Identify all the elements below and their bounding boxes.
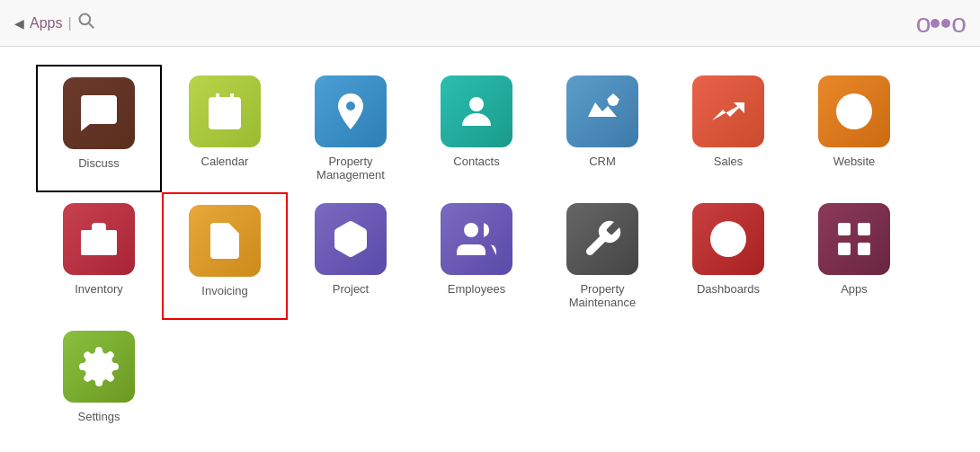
- svg-rect-13: [81, 230, 117, 255]
- app-label: Website: [833, 155, 876, 168]
- svg-line-1: [89, 23, 94, 28]
- svg-rect-22: [858, 223, 870, 235]
- app-label: Apps: [841, 282, 868, 296]
- app-label: Employees: [448, 282, 505, 296]
- dashboards-icon: [692, 203, 764, 275]
- app-label: Calendar: [201, 155, 249, 168]
- app-dashboards[interactable]: Dashboards: [665, 192, 791, 320]
- back-button[interactable]: ◀: [14, 16, 24, 31]
- svg-rect-8: [230, 115, 236, 120]
- svg-rect-21: [838, 223, 851, 235]
- property-maint-icon: [566, 203, 638, 275]
- app-label: Inventory: [75, 282, 122, 296]
- svg-point-0: [79, 14, 90, 25]
- app-label: CRM: [589, 155, 616, 168]
- employees-icon: [441, 203, 512, 275]
- settings-icon: [63, 331, 135, 403]
- apps-nav-label[interactable]: Apps: [30, 15, 62, 31]
- contacts-icon: [441, 75, 512, 147]
- apps-icon: [818, 203, 890, 275]
- crm-icon: [566, 75, 638, 147]
- app-invoicing[interactable]: Invoicing: [162, 192, 288, 320]
- app-label: Contacts: [453, 155, 499, 168]
- discuss-icon: [63, 77, 135, 149]
- project-icon: [315, 203, 387, 275]
- sales-icon: [692, 75, 764, 147]
- app-inventory[interactable]: Inventory: [36, 192, 162, 320]
- svg-point-19: [464, 223, 478, 237]
- app-discuss[interactable]: Discuss: [36, 65, 162, 192]
- svg-point-9: [469, 97, 484, 111]
- app-label: Dashboards: [697, 282, 760, 296]
- app-contacts[interactable]: Contacts: [414, 65, 539, 192]
- svg-rect-7: [222, 115, 227, 120]
- app-employees[interactable]: Employees: [414, 192, 539, 320]
- app-calendar[interactable]: Calendar: [162, 65, 288, 192]
- invoicing-icon: [189, 205, 261, 277]
- app-label: Property Management: [295, 155, 406, 182]
- apps-grid: Discuss Calendar Property Management Con…: [0, 47, 980, 452]
- app-crm[interactable]: CRM: [539, 65, 665, 192]
- svg-rect-2: [209, 97, 241, 129]
- app-property-management[interactable]: Property Management: [288, 65, 414, 192]
- website-icon: [818, 75, 890, 147]
- svg-rect-24: [858, 243, 870, 255]
- app-apps[interactable]: Apps: [791, 192, 917, 320]
- app-label: Discuss: [78, 156, 120, 170]
- app-sales[interactable]: Sales: [665, 65, 791, 192]
- odoo-logo: o o: [916, 8, 966, 39]
- svg-rect-23: [838, 243, 851, 255]
- search-icon[interactable]: [77, 12, 95, 34]
- app-label: Project: [333, 282, 369, 296]
- property-mgmt-icon: [315, 75, 387, 147]
- app-label: Property Maintenance: [547, 282, 658, 309]
- header-left: ◀ Apps |: [14, 12, 95, 34]
- app-website[interactable]: Website: [791, 65, 917, 192]
- app-label: Sales: [714, 155, 744, 168]
- header-separator: |: [67, 15, 71, 31]
- app-label: Invoicing: [201, 284, 247, 297]
- app-settings[interactable]: Settings: [36, 320, 162, 434]
- app-property-maintenance[interactable]: Property Maintenance: [539, 192, 665, 320]
- app-project[interactable]: Project: [288, 192, 414, 320]
- inventory-icon: [63, 203, 135, 275]
- app-label: Settings: [78, 410, 120, 423]
- calendar-icon: [189, 75, 261, 147]
- svg-rect-6: [214, 115, 219, 120]
- header: ◀ Apps | o o: [0, 0, 980, 47]
